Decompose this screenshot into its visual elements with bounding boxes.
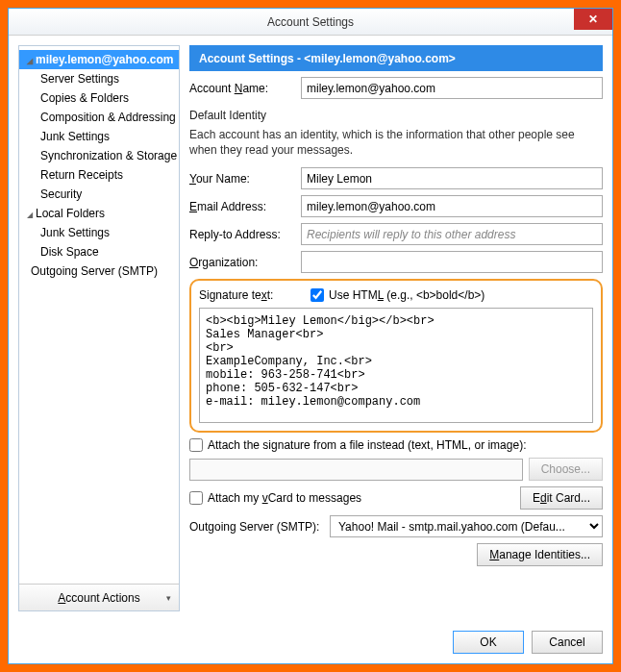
account-name-label: Account Name: (189, 82, 295, 95)
tree-composition[interactable]: Composition & Addressing (19, 108, 179, 127)
email-label: Email Address: (189, 200, 295, 213)
smtp-label: Outgoing Server (SMTP): (189, 520, 324, 534)
account-actions-label: Account Actions (58, 591, 139, 605)
smtp-select[interactable]: Yahoo! Mail - smtp.mail.yahoo.com (Defau… (330, 515, 603, 537)
titlebar: Account Settings ✕ (9, 9, 612, 36)
attach-file-label: Attach the signature from a file instead… (208, 438, 526, 452)
org-label: Organization: (189, 256, 295, 269)
default-identity-desc: Each account has an identity, which is t… (189, 128, 603, 158)
account-name-row: Account Name: (189, 77, 603, 99)
org-row: Organization: (189, 251, 603, 273)
vcard-label: Attach my vCard to messages (208, 491, 361, 505)
email-input[interactable] (301, 195, 603, 217)
spacer (189, 572, 603, 611)
attach-file-path-input (189, 459, 523, 481)
header-prefix: Account Settings - (199, 52, 304, 65)
tree-copies-folders[interactable]: Copies & Folders (19, 88, 179, 108)
attach-file-row: Choose... (189, 458, 603, 481)
account-settings-window: Account Settings ✕ miley.lemon@yahoo.com… (8, 8, 613, 664)
reply-input[interactable] (301, 223, 603, 245)
attach-file-checkbox[interactable]: Attach the signature from a file instead… (189, 438, 603, 452)
tree-lf-junk[interactable]: Junk Settings (19, 223, 179, 242)
tree-sync-storage[interactable]: Synchronization & Storage (19, 146, 179, 165)
close-icon: ✕ (588, 12, 598, 26)
tree-security[interactable]: Security (19, 185, 179, 204)
edit-card-button[interactable]: Edit Card... (520, 486, 603, 510)
panel-header: Account Settings - <miley.lemon@yahoo.co… (189, 45, 603, 71)
vcard-input[interactable] (189, 491, 203, 505)
account-actions-button[interactable]: Account Actions ▾ (19, 584, 179, 610)
tree-local-folders[interactable]: Local Folders (19, 204, 179, 223)
org-input[interactable] (301, 251, 603, 273)
account-tree: miley.lemon@yahoo.com Server Settings Co… (19, 46, 179, 584)
signature-label: Signature text: (199, 288, 305, 302)
attach-file-input[interactable] (189, 438, 203, 452)
signature-header-row: Signature text: Use HTML (e.g., <b>bold<… (199, 288, 593, 302)
cancel-button[interactable]: Cancel (532, 631, 603, 654)
sidebar: miley.lemon@yahoo.com Server Settings Co… (18, 45, 180, 611)
reply-label: Reply-to Address: (189, 228, 295, 241)
use-html-checkbox[interactable]: Use HTML (e.g., <b>bold</b>) (310, 288, 484, 302)
use-html-input[interactable] (310, 288, 324, 302)
tree-lf-disk[interactable]: Disk Space (19, 242, 179, 261)
dialog-footer: OK Cancel (9, 621, 612, 663)
signature-box: Signature text: Use HTML (e.g., <b>bold<… (189, 279, 603, 433)
your-name-row: Your Name: (189, 167, 603, 189)
tree-junk[interactable]: Junk Settings (19, 127, 179, 146)
reply-row: Reply-to Address: (189, 223, 603, 245)
tree-account-root[interactable]: miley.lemon@yahoo.com (19, 50, 179, 69)
header-account: <miley.lemon@yahoo.com> (304, 52, 456, 65)
signature-textarea[interactable]: <b><big>Miley Lemon</big></b><br> Sales … (199, 308, 593, 423)
ok-button[interactable]: OK (453, 631, 524, 654)
default-identity-title: Default Identity (189, 109, 603, 122)
main-panel: Account Settings - <miley.lemon@yahoo.co… (189, 45, 603, 611)
your-name-label: Your Name: (189, 172, 295, 186)
manage-row: Manage Identities... (189, 543, 603, 566)
chevron-down-icon: ▾ (166, 593, 171, 603)
window-title: Account Settings (9, 15, 612, 29)
email-row: Email Address: (189, 195, 603, 217)
body: miley.lemon@yahoo.com Server Settings Co… (9, 36, 612, 621)
vcard-checkbox[interactable]: Attach my vCard to messages (189, 491, 361, 505)
smtp-row: Outgoing Server (SMTP): Yahoo! Mail - sm… (189, 515, 603, 537)
tree-return-receipts[interactable]: Return Receipts (19, 165, 179, 185)
your-name-input[interactable] (301, 167, 603, 189)
use-html-label: Use HTML (e.g., <b>bold</b>) (329, 288, 484, 302)
manage-identities-button[interactable]: Manage Identities... (477, 543, 603, 566)
choose-button: Choose... (529, 458, 603, 481)
account-name-input[interactable] (301, 77, 603, 99)
tree-server-settings[interactable]: Server Settings (19, 69, 179, 88)
vcard-row: Attach my vCard to messages Edit Card... (189, 486, 603, 510)
close-button[interactable]: ✕ (574, 9, 612, 30)
tree-outgoing-smtp[interactable]: Outgoing Server (SMTP) (19, 261, 179, 281)
